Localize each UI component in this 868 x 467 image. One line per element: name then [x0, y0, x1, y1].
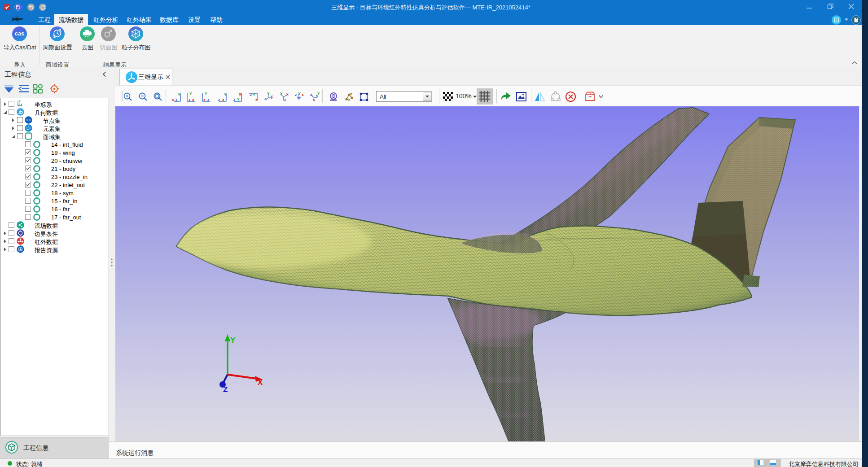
svg-text:x: x [302, 92, 304, 97]
svg-text:z: z [207, 97, 209, 102]
svg-text:z: z [284, 97, 286, 102]
svg-text:X: X [239, 92, 241, 96]
svg-text:z: z [218, 97, 220, 102]
svg-text:x: x [21, 103, 22, 106]
svg-text:z: z [233, 97, 235, 102]
svg-text:Y: Y [178, 92, 180, 97]
svg-text:Y: Y [205, 92, 207, 96]
svg-text:Y: Y [19, 100, 21, 103]
svg-text:Y: Y [230, 336, 236, 345]
svg-text:z: z [310, 92, 312, 97]
svg-text:z: z [250, 92, 252, 97]
svg-text:Y: Y [280, 92, 283, 96]
svg-text:x: x [286, 92, 289, 96]
svg-text:z: z [175, 97, 177, 102]
svg-text:x: x [203, 97, 206, 102]
svg-text:x: x [255, 97, 258, 102]
svg-text:Y: Y [189, 92, 192, 96]
svg-text:x: x [172, 97, 174, 102]
svg-text:z: z [264, 96, 266, 101]
svg-text:z: z [18, 103, 20, 106]
svg-text:z: z [295, 92, 297, 97]
svg-text:z: z [189, 97, 190, 102]
svg-text:Y: Y [224, 92, 227, 97]
svg-text:Y: Y [267, 92, 270, 96]
svg-text:Z: Z [223, 385, 228, 394]
svg-text:x: x [192, 97, 194, 102]
svg-text:x: x [271, 94, 273, 99]
svg-text:x: x [313, 97, 315, 102]
svg-text:Y: Y [237, 97, 240, 102]
svg-text:Y: Y [253, 92, 255, 97]
svg-text:x: x [222, 97, 224, 102]
svg-text:X: X [258, 378, 263, 387]
svg-text:Y: Y [298, 92, 301, 96]
svg-text:Y: Y [317, 92, 320, 96]
